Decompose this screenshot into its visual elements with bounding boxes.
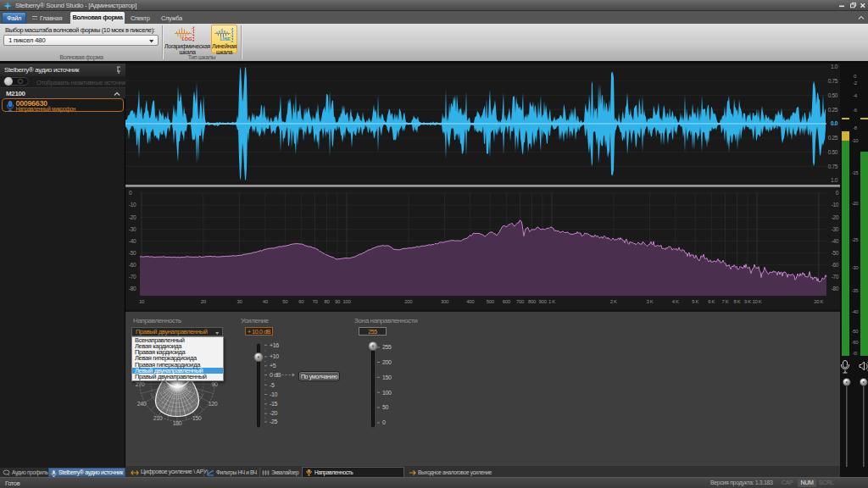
svg-text:-30: -30 <box>832 226 839 232</box>
svg-text:500: 500 <box>487 299 495 304</box>
svg-text:70: 70 <box>313 299 319 304</box>
svg-text:-40: -40 <box>852 309 860 314</box>
svg-text:-70: -70 <box>129 274 136 280</box>
svg-text:90: 90 <box>335 299 341 304</box>
svg-text:20: 20 <box>201 299 207 304</box>
svg-text:1 K: 1 K <box>548 299 555 304</box>
svg-text:30: 30 <box>237 299 243 304</box>
svg-text:-80: -80 <box>832 286 839 291</box>
svg-text:-40: -40 <box>832 238 839 244</box>
svg-text:60: 60 <box>298 299 304 304</box>
svg-text:40: 40 <box>263 299 269 304</box>
svg-text:9 K: 9 K <box>744 299 751 304</box>
svg-text:20 K: 20 K <box>814 299 823 304</box>
svg-text:255: 255 <box>382 344 392 350</box>
svg-text:5 K: 5 K <box>692 299 698 304</box>
svg-text:-66: -66 <box>853 352 858 356</box>
svg-text:0.75: 0.75 <box>828 78 838 84</box>
svg-text:100: 100 <box>382 390 392 396</box>
svg-text:800: 800 <box>528 299 537 304</box>
svg-text:0.75: 0.75 <box>828 164 838 169</box>
svg-text:150: 150 <box>382 374 392 380</box>
svg-text:-60: -60 <box>852 340 860 345</box>
svg-text:0: 0 <box>382 419 386 425</box>
svg-text:-50: -50 <box>852 329 860 334</box>
svg-text:-50: -50 <box>832 250 839 256</box>
svg-text:100: 100 <box>343 299 352 304</box>
svg-text:LOG: LOG <box>182 36 192 42</box>
svg-text:-50: -50 <box>129 250 136 256</box>
svg-text:1.0: 1.0 <box>831 177 838 183</box>
svg-text:-25: -25 <box>852 237 860 242</box>
svg-text:4 K: 4 K <box>672 299 679 304</box>
svg-text:LINE: LINE <box>220 36 231 42</box>
svg-text:600: 600 <box>503 299 511 304</box>
svg-text:50: 50 <box>382 404 389 410</box>
svg-text:-60: -60 <box>832 262 839 268</box>
svg-text:1.0: 1.0 <box>831 64 838 69</box>
svg-text:900: 900 <box>538 299 547 304</box>
svg-text:-70: -70 <box>832 274 839 280</box>
svg-text:-20: -20 <box>852 201 860 206</box>
svg-text:3 K: 3 K <box>647 299 654 304</box>
svg-text:200: 200 <box>404 299 413 304</box>
svg-text:300: 300 <box>441 299 449 304</box>
svg-text:2 K: 2 K <box>610 299 617 304</box>
svg-text:200: 200 <box>382 359 392 365</box>
svg-text:-10: -10 <box>852 138 860 143</box>
svg-text:-60: -60 <box>129 262 136 268</box>
svg-text:10: 10 <box>139 299 145 304</box>
svg-text:0.25: 0.25 <box>828 107 838 113</box>
svg-text:10 K: 10 K <box>753 299 762 304</box>
svg-text:-10: -10 <box>129 202 136 208</box>
svg-text:-40: -40 <box>129 238 136 244</box>
svg-text:-15: -15 <box>852 170 860 175</box>
svg-text:0.50: 0.50 <box>828 149 838 155</box>
svg-text:-30: -30 <box>129 226 136 232</box>
svg-text:-35: -35 <box>852 288 860 293</box>
svg-text:6 K: 6 K <box>708 299 715 304</box>
svg-text:8 K: 8 K <box>734 299 741 304</box>
svg-text:-20: -20 <box>129 214 136 220</box>
svg-text:80: 80 <box>325 299 331 304</box>
svg-text:-10: -10 <box>832 202 839 208</box>
svg-text:-30: -30 <box>852 265 860 270</box>
svg-text:400: 400 <box>466 299 475 304</box>
svg-text:50: 50 <box>282 299 288 304</box>
svg-text:-20: -20 <box>832 214 839 220</box>
svg-text:0.50: 0.50 <box>828 92 838 98</box>
svg-text:700: 700 <box>516 299 525 304</box>
svg-text:0.0: 0.0 <box>831 120 838 126</box>
svg-text:7 K: 7 K <box>722 299 729 304</box>
svg-text:0.25: 0.25 <box>828 135 838 141</box>
svg-text:-80: -80 <box>129 286 136 291</box>
